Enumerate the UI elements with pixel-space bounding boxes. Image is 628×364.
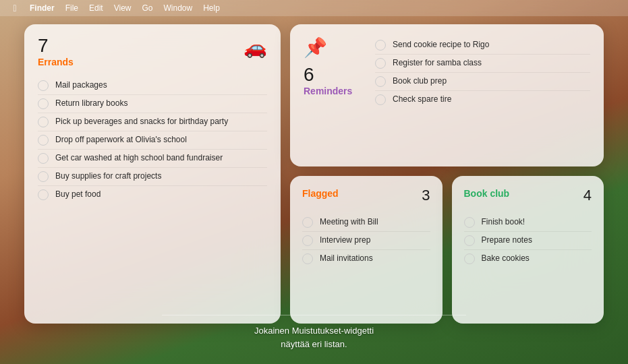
task-label: Pick up beverages and snacks for birthda… — [55, 117, 228, 127]
task-label: Check spare tire — [393, 94, 451, 105]
task-label: Prepare notes — [482, 235, 532, 246]
task-checkbox[interactable] — [302, 235, 313, 246]
errands-header: 7 Errands 🚗 — [38, 36, 267, 67]
errands-title: Errands — [38, 57, 74, 67]
flagged-title: Flagged — [302, 188, 339, 199]
task-checkbox[interactable] — [38, 189, 49, 200]
errands-header-left: 7 Errands — [38, 36, 74, 67]
menubar-finder[interactable]: Finder — [24, 3, 60, 13]
caption-area: Jokainen Muistutukset-widgetti näyttää e… — [254, 324, 374, 351]
bookclub-widget: Book club 4 Finish book! Prepare notes B… — [452, 176, 604, 324]
caption-line1: Jokainen Muistutukset-widgetti — [254, 324, 374, 338]
task-item[interactable]: Book club prep — [375, 73, 590, 91]
task-label: Return library books — [55, 98, 127, 109]
widgets-area: 7 Errands 🚗 Mail packages Return library… — [24, 24, 604, 324]
task-label: Book club prep — [393, 76, 447, 87]
task-label: Bake cookies — [482, 253, 530, 264]
menubar-go[interactable]: Go — [137, 3, 159, 13]
menubar-help[interactable]: Help — [198, 3, 225, 13]
errands-count: 7 — [38, 36, 74, 55]
task-item[interactable]: Register for samba class — [375, 55, 590, 73]
task-checkbox[interactable] — [464, 235, 475, 246]
caption-line2: näyttää eri listan. — [254, 338, 374, 351]
task-checkbox[interactable] — [38, 117, 49, 127]
reminders-icon: 📌 — [304, 36, 364, 59]
task-checkbox[interactable] — [302, 253, 313, 264]
task-label: Register for samba class — [393, 58, 482, 69]
caption-divider — [162, 315, 466, 315]
bottom-row-widgets: Flagged 3 Meeting with Bill Interview pr… — [290, 176, 604, 324]
task-label: Finish book! — [482, 217, 525, 228]
errands-icon: 🚗 — [244, 36, 267, 59]
apple-menu-icon[interactable]:  — [5, 3, 24, 13]
flagged-widget: Flagged 3 Meeting with Bill Interview pr… — [290, 176, 443, 324]
task-checkbox[interactable] — [302, 217, 313, 228]
menubar-view[interactable]: View — [109, 3, 137, 13]
flagged-count: 3 — [422, 187, 430, 204]
bookclub-header: Book club 4 — [464, 187, 592, 204]
flagged-header: Flagged 3 — [302, 187, 430, 204]
task-item[interactable]: Bake cookies — [464, 250, 592, 268]
task-label: Meeting with Bill — [320, 217, 378, 228]
task-item[interactable]: Return library books — [38, 95, 267, 113]
task-label: Drop off paperwork at Olivia's school — [55, 135, 187, 146]
task-checkbox[interactable] — [38, 153, 49, 164]
bookclub-task-list: Finish book! Prepare notes Bake cookies — [464, 214, 592, 268]
task-item[interactable]: Drop off paperwork at Olivia's school — [38, 131, 267, 150]
task-checkbox[interactable] — [375, 76, 386, 87]
task-checkbox[interactable] — [38, 80, 49, 91]
task-checkbox[interactable] — [38, 98, 49, 109]
task-label: Mail invitations — [320, 253, 373, 264]
task-item[interactable]: Buy supplies for craft projects — [38, 168, 267, 186]
task-label: Get car washed at high school band fundr… — [55, 153, 223, 164]
task-checkbox[interactable] — [375, 58, 386, 69]
task-item[interactable]: Mail invitations — [302, 250, 430, 268]
task-item[interactable]: Meeting with Bill — [302, 214, 430, 232]
flagged-task-list: Meeting with Bill Interview prep Mail in… — [302, 214, 430, 268]
task-label: Buy supplies for craft projects — [55, 171, 161, 182]
bookclub-title: Book club — [464, 188, 510, 199]
reminders-right: Send cookie recipe to Rigo Register for … — [375, 36, 590, 109]
task-label: Buy pet food — [55, 189, 101, 200]
task-item[interactable]: Interview prep — [302, 232, 430, 250]
task-item[interactable]: Send cookie recipe to Rigo — [375, 36, 590, 55]
menubar:  Finder File Edit View Go Window Help — [0, 0, 628, 16]
task-checkbox[interactable] — [375, 40, 386, 51]
task-item[interactable]: Buy pet food — [38, 186, 267, 204]
task-checkbox[interactable] — [375, 94, 386, 105]
task-checkbox[interactable] — [38, 171, 49, 182]
reminders-count: 6 — [304, 65, 364, 84]
task-label: Interview prep — [320, 235, 370, 246]
reminders-widget: 📌 6 Reminders Send cookie recipe to Rigo… — [290, 24, 604, 166]
task-item[interactable]: Prepare notes — [464, 232, 592, 250]
menubar-window[interactable]: Window — [159, 3, 198, 13]
task-item[interactable]: Get car washed at high school band fundr… — [38, 150, 267, 168]
task-item[interactable]: Mail packages — [38, 77, 267, 95]
menubar-edit[interactable]: Edit — [84, 3, 109, 13]
reminders-left: 📌 6 Reminders — [304, 36, 364, 109]
reminders-inner: 📌 6 Reminders Send cookie recipe to Rigo… — [304, 36, 590, 109]
task-item[interactable]: Check spare tire — [375, 91, 590, 109]
task-item[interactable]: Pick up beverages and snacks for birthda… — [38, 113, 267, 131]
task-label: Send cookie recipe to Rigo — [393, 40, 489, 51]
menubar-file[interactable]: File — [60, 3, 84, 13]
reminders-title: Reminders — [304, 86, 364, 96]
bookclub-count: 4 — [583, 187, 592, 204]
task-checkbox[interactable] — [38, 135, 49, 146]
task-item[interactable]: Finish book! — [464, 214, 592, 232]
task-checkbox[interactable] — [464, 217, 475, 228]
errands-widget: 7 Errands 🚗 Mail packages Return library… — [24, 24, 281, 324]
task-checkbox[interactable] — [464, 253, 475, 264]
task-label: Mail packages — [55, 80, 107, 91]
errands-task-list: Mail packages Return library books Pick … — [38, 77, 267, 204]
